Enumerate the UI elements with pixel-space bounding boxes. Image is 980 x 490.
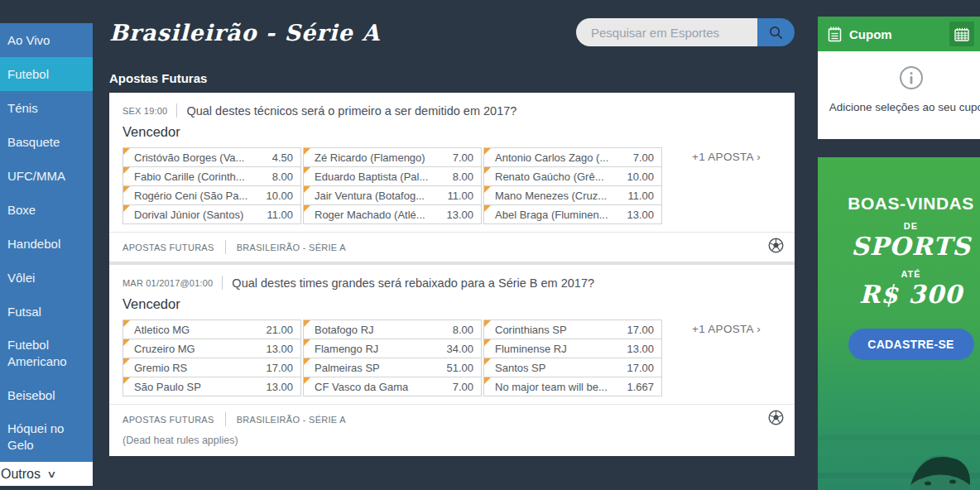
search-button[interactable] (757, 18, 795, 46)
selection-odd-button[interactable]: Mano Menezes (Cruz...11.00 (483, 185, 662, 205)
odds-column: Cristóvão Borges (Va...4.50Fabio Carille… (122, 147, 301, 224)
right-panel: Cupom ∧ (818, 0, 980, 490)
sidebar-item-futebol-americano[interactable]: Futebol Americano (0, 329, 93, 378)
selection-name: No major team will be... (495, 381, 608, 393)
selection-name: Cruzeiro MG (134, 343, 195, 355)
selection-odds: 8.00 (453, 171, 473, 183)
calendar-icon (954, 27, 969, 41)
sidebar-item-handebol[interactable]: Handebol (0, 227, 93, 261)
selection-odd-button[interactable]: Fabio Carille (Corinth...8.00 (122, 166, 301, 186)
selection-odds: 8.00 (453, 324, 473, 336)
selection-odd-button[interactable]: Gremio RS17.00 (122, 358, 301, 377)
register-button[interactable]: CADASTRE-SE (848, 329, 974, 360)
odds-column: Corinthians SP17.00Fluminense RJ13.00San… (483, 319, 662, 396)
selection-odds: 1.667 (627, 381, 654, 393)
selection-odd-button[interactable]: Abel Braga (Fluminen...13.00 (483, 204, 662, 224)
divider (225, 240, 226, 254)
selection-odd-button[interactable]: Roger Machado (Atlé...13.00 (303, 204, 482, 224)
search-input[interactable] (576, 18, 757, 46)
selection-name: Mano Menezes (Cruz... (495, 190, 607, 202)
selection-name: Fabio Carille (Corinth... (134, 171, 245, 183)
sidebar-item-label: Futebol Americano (7, 337, 88, 370)
selection-odd-button[interactable]: São Paulo SP13.00 (122, 377, 301, 396)
divider (176, 103, 177, 118)
selection-odd-button[interactable]: Flamengo RJ34.00 (303, 339, 482, 358)
selection-odd-button[interactable]: Fluminense RJ13.00 (483, 339, 662, 358)
selection-odds: 7.00 (453, 381, 473, 393)
banner-ate: ATÉ (818, 269, 980, 279)
selection-odd-button[interactable]: Dorival Júnior (Santos)11.00 (122, 204, 301, 224)
selection-odd-button[interactable]: Rogério Ceni (São Pa...10.00 (122, 185, 301, 205)
market-name: Vencedor (109, 122, 795, 147)
sidebar-item-label: Futsal (7, 304, 41, 320)
selection-odds: 13.00 (446, 209, 473, 221)
sidebar-item-label: UFC/MMA (7, 168, 65, 185)
selection-odd-button[interactable]: Renato Gaúcho (Grê...10.00 (483, 166, 662, 186)
sidebar-item-beisebol[interactable]: Beisebol (0, 378, 93, 412)
selection-name: Renato Gaúcho (Grê... (495, 171, 604, 183)
breadcrumb-competition[interactable]: BRASILEIRÃO - SÉRIE A (237, 243, 346, 252)
welcome-bonus-banner[interactable]: BOAS-VINDAS DE SPORTS ATÉ R$ 300 CADASTR… (818, 157, 980, 490)
sidebar-item-t-nis[interactable]: Ténis (0, 91, 93, 125)
selection-odds: 13.00 (266, 381, 293, 393)
selection-odd-button[interactable]: CF Vasco da Gama7.00 (303, 377, 482, 396)
more-bets-link[interactable]: +1 APOSTA › (692, 151, 761, 163)
search-icon (768, 25, 784, 41)
sidebar-item-outros[interactable]: Outros ∨ (0, 462, 93, 486)
sidebar-top-spacer (0, 0, 93, 23)
sidebar-item-h-quei-no-gelo[interactable]: Hóquei no Gelo (0, 412, 93, 462)
selection-odd-button[interactable]: Eduardo Baptista (Pal...8.00 (303, 166, 482, 186)
selection-odds: 13.00 (627, 343, 654, 355)
selection-name: Abel Braga (Fluminen... (495, 209, 608, 221)
selection-name: Fluminense RJ (495, 343, 567, 355)
calendar-button[interactable] (949, 22, 974, 46)
selection-odd-button[interactable]: Botafogo RJ8.00 (303, 319, 482, 339)
coupon-title: Cupom (849, 27, 892, 41)
page-title: Brasileirão - Série A (109, 20, 380, 46)
coupon-header[interactable]: Cupom ∧ (818, 17, 980, 51)
breadcrumb-apostas-futuras[interactable]: APOSTAS FUTURAS (122, 243, 214, 252)
coupon-empty-state: Adicione seleções ao seu cupom (818, 51, 980, 139)
selection-odd-button[interactable]: Atletico MG21.00 (122, 319, 301, 339)
selection-odd-button[interactable]: No major team will be...1.667 (483, 377, 662, 396)
selection-odd-button[interactable]: Zé Ricardo (Flamengo)7.00 (303, 147, 482, 167)
selection-odds: 17.00 (266, 362, 293, 374)
odds-column: Zé Ricardo (Flamengo)7.00Eduardo Baptist… (303, 147, 482, 224)
selection-odd-button[interactable]: Jair Ventura (Botafog...11.00 (303, 185, 482, 205)
selection-name: CF Vasco da Gama (315, 381, 408, 393)
soccer-ball-icon[interactable] (768, 238, 784, 257)
selection-odd-button[interactable]: Santos SP17.00 (483, 358, 662, 377)
selection-name: Atletico MG (134, 324, 190, 336)
selection-odds: 51.00 (446, 362, 473, 374)
divider (225, 412, 226, 426)
selection-odds: 7.00 (633, 151, 654, 164)
odds-grid: Atletico MG21.00Cruzeiro MG13.00Gremio R… (122, 319, 662, 396)
odds-row: Cristóvão Borges (Va...4.50Fabio Carille… (109, 147, 795, 224)
sidebar-item-futsal[interactable]: Futsal (0, 295, 93, 329)
selection-odd-button[interactable]: Antonio Carlos Zago (...7.00 (483, 147, 662, 167)
selection-odd-button[interactable]: Cristóvão Borges (Va...4.50 (122, 147, 301, 167)
selection-odds: 11.00 (627, 190, 654, 202)
sidebar-item-v-lei[interactable]: Vôlei (0, 261, 93, 295)
breadcrumb-competition[interactable]: BRASILEIRÃO - SÉRIE A (237, 415, 346, 425)
sidebar-item-ao-vivo[interactable]: Ao Vivo (0, 23, 93, 57)
sidebar-item-label: Futebol (7, 66, 49, 83)
sidebar-item-ufc-mma[interactable]: UFC/MMA (0, 159, 93, 193)
sidebar-item-label: Handebol (7, 236, 60, 252)
sidebar-item-basquete[interactable]: Basquete (0, 125, 93, 159)
market-card: SEX 19:00 Qual destes técnicos será o pr… (109, 93, 795, 262)
search-bar (576, 18, 795, 46)
breadcrumb-apostas-futuras[interactable]: APOSTAS FUTURAS (122, 415, 214, 425)
odds-column: Botafogo RJ8.00Flamengo RJ34.00Palmeiras… (303, 319, 482, 396)
selection-name: Botafogo RJ (315, 324, 374, 336)
selection-odd-button[interactable]: Cruzeiro MG13.00 (122, 339, 301, 358)
soccer-ball-icon[interactable] (768, 410, 784, 429)
market-time: SEX 19:00 (122, 106, 167, 116)
sidebar-item-futebol[interactable]: Futebol (0, 57, 93, 91)
chevron-down-icon: ∨ (46, 468, 56, 480)
sidebar-item-boxe[interactable]: Boxe (0, 193, 93, 227)
more-bets-link[interactable]: +1 APOSTA › (692, 323, 761, 335)
selection-odds: 17.00 (627, 362, 654, 374)
selection-odd-button[interactable]: Palmeiras SP51.00 (303, 358, 482, 377)
selection-odd-button[interactable]: Corinthians SP17.00 (483, 319, 662, 339)
